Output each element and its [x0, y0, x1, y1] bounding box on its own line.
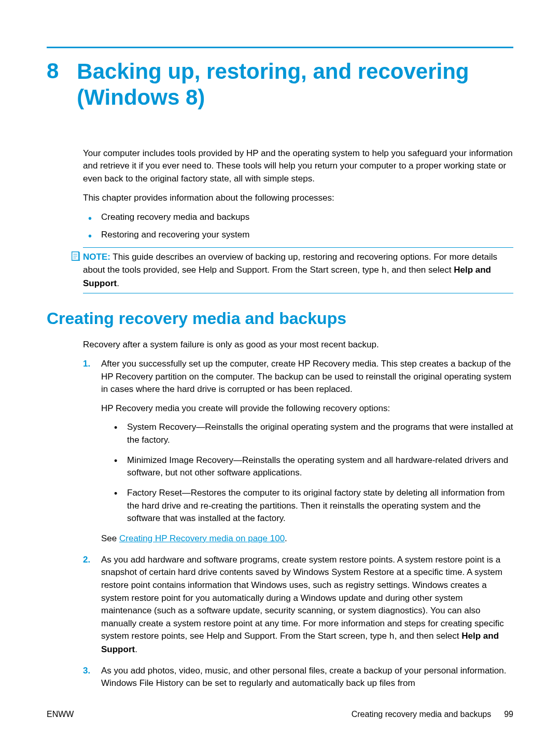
note-block: NOTE: This guide describes an overview o…: [83, 247, 513, 293]
page-footer: ENWW Creating recovery media and backups…: [47, 710, 513, 719]
sub-list-item: System Recovery—Reinstalls the original …: [111, 421, 513, 446]
step-number: 3.: [83, 665, 90, 678]
numbered-list: 1. After you successfully set up the com…: [83, 358, 513, 690]
chapter-title: 8 Backing up, restoring, and recovering …: [47, 59, 513, 111]
footer-section-title: Creating recovery media and backups: [352, 710, 491, 719]
section-heading: Creating recovery media and backups: [47, 309, 513, 328]
step-mono: h: [389, 631, 395, 641]
step-text-1: As you add hardware and software program…: [101, 555, 504, 641]
document-page: 8 Backing up, restoring, and recovering …: [0, 0, 560, 745]
note-mono: h: [382, 265, 387, 275]
chapter-title-text: Backing up, restoring, and recovering (W…: [77, 59, 513, 111]
sub-bullet-list: System Recovery—Reinstalls the original …: [111, 421, 513, 525]
footer-right: Creating recovery media and backups 99: [352, 710, 513, 719]
see-dot: .: [285, 533, 287, 543]
list-item-2: 2. As you add hardware and software prog…: [83, 554, 513, 656]
note-icon: [70, 250, 81, 262]
see-paragraph: See Creating HP Recovery media on page 1…: [101, 532, 513, 545]
intro-paragraph-2: This chapter provides information about …: [83, 192, 513, 205]
step-text-2: , and then select: [395, 631, 461, 641]
step-sub-text: HP Recovery media you create will provid…: [101, 402, 513, 415]
note-text-3: .: [117, 278, 119, 288]
list-item: Creating recovery media and backups: [83, 210, 513, 224]
recovery-media-link[interactable]: Creating HP Recovery media on page 100: [119, 533, 285, 543]
intro-bullet-list: Creating recovery media and backups Rest…: [83, 210, 513, 241]
top-rule: [47, 47, 513, 48]
list-item-3: 3. As you add photos, video, music, and …: [83, 665, 513, 690]
step-text-3: .: [135, 644, 137, 654]
page-number: 99: [504, 710, 513, 719]
intro-paragraph-1: Your computer includes tools provided by…: [83, 147, 513, 186]
step-text: After you successfully set up the comput…: [101, 359, 511, 394]
see-text: See: [101, 533, 119, 543]
note-text: NOTE: This guide describes an overview o…: [83, 251, 513, 290]
step-number: 1.: [83, 358, 90, 371]
step-text: As you add photos, video, music, and oth…: [101, 666, 507, 688]
list-item: Restoring and recovering your system: [83, 228, 513, 242]
note-label: NOTE:: [83, 252, 110, 262]
list-item-1: 1. After you successfully set up the com…: [83, 358, 513, 545]
sub-list-item: Minimized Image Recovery—Reinstalls the …: [111, 454, 513, 480]
chapter-number: 8: [47, 59, 59, 83]
section-paragraph: Recovery after a system failure is only …: [83, 339, 513, 352]
step-number: 2.: [83, 554, 90, 567]
sub-list-item: Factory Reset—Restores the computer to i…: [111, 487, 513, 525]
footer-left: ENWW: [47, 710, 74, 719]
note-text-2: , and then select: [387, 265, 454, 275]
